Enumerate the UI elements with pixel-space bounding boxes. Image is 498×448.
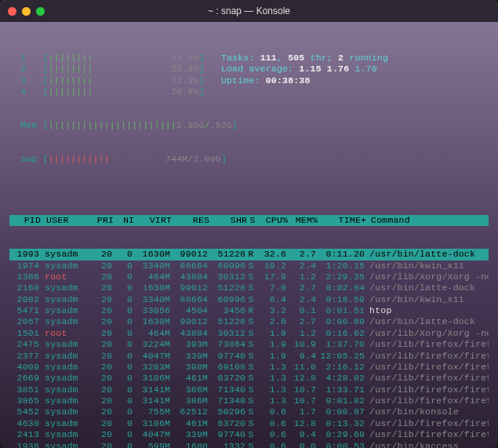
process-row[interactable]: 5471 sysadm2003305645043456R3.20.10:01.5… — [9, 305, 489, 316]
process-row[interactable]: 2160 sysadm2001630M9901251228S7.02.70:02… — [9, 282, 489, 293]
process-row[interactable]: 1974 sysadm2003340M8866460996S19.22.41:2… — [9, 260, 489, 271]
swp-meter: Swp [||||||||||| 744M/2.00G] — [9, 154, 489, 165]
process-row[interactable]: 2475 sysadm2003224M393M73864S1.910.91:37… — [9, 339, 489, 350]
process-row[interactable]: 2377 sysadm2004047M339M97740S1.99.412:05… — [9, 351, 489, 362]
process-row[interactable]: 2413 sysadm2004047M339M97740S0.69.40:29.… — [9, 429, 489, 440]
konsole-window: ~ : snap — Konsole 1 [|||||||| 21.0%] Ta… — [0, 0, 498, 448]
process-row[interactable]: 1936 sysadm200599M16801332S0.60.00:00.53… — [9, 441, 489, 449]
process-row[interactable]: 1993 sysadm2001630M9901251228R32.62.70:1… — [9, 249, 489, 260]
cpu-meters: 1 [|||||||| 21.0%] Tasks: 111, 505 thr; … — [9, 53, 489, 98]
process-row[interactable]: 1386 root200464M4388430312S17.91.22:29.3… — [9, 271, 489, 282]
process-row[interactable]: 1501 root200464M4388430312S1.91.20:16.62… — [9, 328, 489, 339]
process-row[interactable]: 3851 sysadm2003141M386M71340S1.310.71:33… — [9, 384, 489, 395]
process-row[interactable]: 4630 sysadm2003106M461M63720S0.612.80:13… — [9, 418, 489, 429]
terminal-content[interactable]: 1 [|||||||| 21.0%] Tasks: 111, 505 thr; … — [0, 22, 498, 448]
titlebar[interactable]: ~ : snap — Konsole — [0, 0, 498, 22]
column-header[interactable]: PID USERPRINIVIRTRESSHRSCPU%MEM%TIME+Com… — [9, 215, 489, 226]
mem-meter: Mem [|||||||||||||||||||||||2.95G/.52G] — [9, 120, 489, 131]
process-row[interactable]: 4009 sysadm2003203M398M69108S1.311.02:16… — [9, 362, 489, 373]
process-row[interactable]: 2067 sysadm2001630M9901251228S2.62.70:00… — [9, 316, 489, 327]
process-list[interactable]: 1993 sysadm2001630M9901251228R32.62.70:1… — [9, 249, 489, 448]
process-row[interactable]: 3865 sysadm2003141M386M71340S1.310.70:01… — [9, 395, 489, 406]
process-row[interactable]: 2082 sysadm2003340M8866460996S6.42.40:18… — [9, 294, 489, 305]
window-title: ~ : snap — Konsole — [0, 5, 498, 16]
process-row[interactable]: 5452 sysadm200755M6251250296S0.61.70:00.… — [9, 406, 489, 417]
process-row[interactable]: 2669 sysadm2003106M461M63720S1.312.84:28… — [9, 373, 489, 384]
